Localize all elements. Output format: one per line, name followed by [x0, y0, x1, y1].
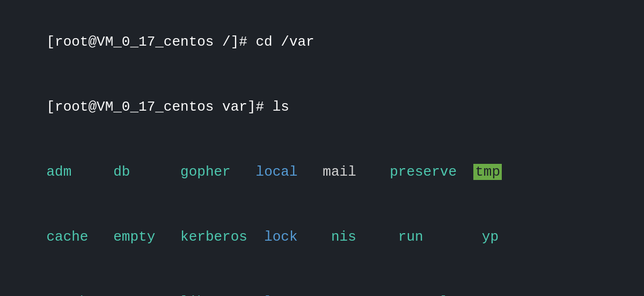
dir-local-1: local — [256, 164, 298, 180]
dir-preserve-1: preserve — [390, 164, 457, 180]
prompt-2: [root@VM_0_17_centos var]# — [46, 99, 272, 115]
terminal-line-5: crash games lib log opt spool — [13, 270, 631, 296]
dir-spool-1: spool — [406, 294, 448, 296]
terminal-line-3: adm db gopher local mail preserve tmp — [13, 140, 631, 205]
terminal-line-1: [root@VM_0_17_centos /]# cd /var — [13, 10, 631, 75]
dir-empty-1: empty — [113, 229, 155, 245]
dir-cache-1: cache — [46, 229, 88, 245]
dir-run-1: run — [398, 229, 423, 245]
dir-games-1: games — [113, 294, 155, 296]
terminal-window: [root@VM_0_17_centos /]# cd /var [root@V… — [13, 10, 631, 296]
dir-kerberos-1: kerberos — [180, 229, 247, 245]
cmd-2: ls — [273, 99, 289, 115]
terminal-line-2: [root@VM_0_17_centos var]# ls — [13, 75, 631, 140]
dir-tmp-1: tmp — [473, 164, 502, 180]
dir-opt-1: opt — [340, 294, 365, 296]
dir-db-1: db — [113, 164, 130, 180]
dir-crash-1: crash — [46, 294, 88, 296]
dir-log-1: log — [264, 294, 289, 296]
dir-yp-1: yp — [482, 229, 499, 245]
dir-gopher-1: gopher — [180, 164, 231, 180]
dir-nis-1: nis — [331, 229, 356, 245]
dir-lib-1: lib — [180, 294, 206, 296]
dir-lock-1: lock — [264, 229, 297, 245]
prompt-1: [root@VM_0_17_centos /]# — [46, 34, 255, 50]
dir-adm-1: adm — [46, 164, 71, 180]
terminal-line-4: cache empty kerberos lock nis run yp — [13, 205, 631, 270]
dir-mail-1: mail — [323, 164, 356, 180]
cmd-1: cd /var — [256, 34, 314, 50]
